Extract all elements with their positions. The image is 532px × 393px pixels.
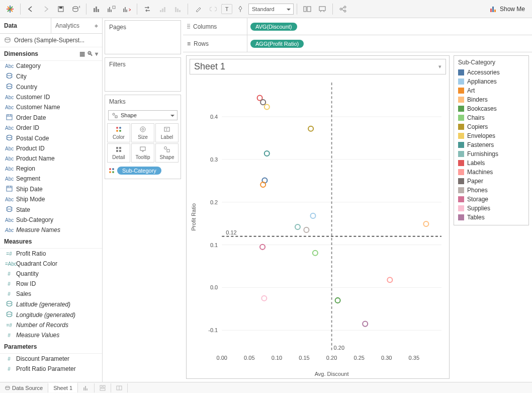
field-latitude-generated-[interactable]: Latitude (generated)	[0, 299, 102, 309]
legend-item-furnishings[interactable]: Furnishings	[458, 149, 524, 159]
field-city[interactable]: City	[0, 71, 102, 82]
point-copiers[interactable]	[308, 126, 313, 131]
field-state[interactable]: State	[0, 204, 102, 215]
mark-tooltip[interactable]: Tooltip	[131, 143, 154, 163]
point-bookcases[interactable]	[335, 298, 340, 303]
field-ship-mode[interactable]: AbcShip Mode	[0, 194, 102, 204]
legend-item-bookcases[interactable]: Bookcases	[458, 104, 524, 113]
show-me-button[interactable]: Show Me	[486, 6, 529, 13]
field-customer-id[interactable]: AbcCustomer ID	[0, 92, 102, 102]
back-icon[interactable]	[24, 2, 38, 16]
field-postal-code[interactable]: Postal Code	[0, 133, 102, 143]
field-region[interactable]: AbcRegion	[0, 164, 102, 174]
logo-icon[interactable]	[3, 2, 17, 16]
field-discount-parameter[interactable]: #Discount Parameter	[0, 354, 102, 364]
legend-item-paper[interactable]: Paper	[458, 177, 524, 186]
field-measure-values[interactable]: #Measure Values	[0, 330, 102, 340]
new-dashboard-tab[interactable]	[95, 383, 111, 392]
field-sales[interactable]: #Sales	[0, 289, 102, 299]
new-worksheet-tab[interactable]	[78, 383, 95, 392]
sort-asc-icon[interactable]	[155, 2, 169, 16]
search-icon[interactable]: 🔍︎	[87, 50, 93, 57]
legend-item-supplies[interactable]: Supplies	[458, 204, 524, 213]
color-pill-subcategory[interactable]: Sub-Category	[117, 167, 161, 175]
legend-item-labels[interactable]: Labels	[458, 159, 524, 168]
point-tables[interactable]	[363, 322, 368, 327]
field-profit-ratio-parameter[interactable]: #Profit Ratio Parameter	[0, 364, 102, 374]
point-storage[interactable]	[260, 245, 265, 250]
duplicate-icon[interactable]	[105, 2, 119, 16]
legend-item-accessories[interactable]: Accessories	[458, 68, 524, 77]
point-binders[interactable]	[423, 221, 428, 226]
field-number-of-records[interactable]: =#Number of Records	[0, 320, 102, 330]
field-quantity[interactable]: #Quantity	[0, 269, 102, 279]
point-appliances[interactable]	[310, 213, 315, 218]
field-quadrant-color[interactable]: =AbcQuadrant Color	[0, 259, 102, 269]
sheet-title[interactable]: Sheet 1▾	[190, 59, 446, 74]
presentation-icon[interactable]	[315, 2, 329, 16]
rows-shelf[interactable]: ≡Rows AGG(Profit Ratio)	[183, 35, 532, 52]
legend-item-tables[interactable]: Tables	[458, 213, 524, 222]
view-toggle-icon[interactable]: ▦	[79, 50, 85, 57]
tab-data[interactable]: Data	[0, 18, 51, 33]
pill-avg-discount[interactable]: AVG(Discount)	[250, 23, 297, 31]
data-source-tab[interactable]: Data Source	[0, 383, 48, 392]
legend-item-appliances[interactable]: Appliances	[458, 77, 524, 86]
point-paper[interactable]	[260, 100, 265, 105]
legend-item-copiers[interactable]: Copiers	[458, 122, 524, 131]
clear-icon[interactable]: ✕	[120, 2, 134, 16]
field-sub-category[interactable]: AbcSub-Category	[0, 215, 102, 225]
field-product-id[interactable]: AbcProduct ID	[0, 143, 102, 153]
scatter-chart[interactable]: -0.10.00.10.20.30.40.000.050.100.150.200…	[187, 77, 449, 382]
field-customer-name[interactable]: AbcCustomer Name	[0, 102, 102, 112]
legend-item-storage[interactable]: Storage	[458, 195, 524, 204]
tab-analytics[interactable]: Analytics◆	[51, 18, 102, 33]
field-profit-ratio[interactable]: =#Profit Ratio	[0, 249, 102, 259]
legend-item-envelopes[interactable]: Envelopes	[458, 131, 524, 140]
new-story-tab[interactable]	[111, 383, 128, 392]
legend-item-art[interactable]: Art	[458, 86, 524, 95]
highlight-icon[interactable]	[191, 2, 205, 16]
mark-color[interactable]: Color	[107, 123, 130, 142]
mark-label[interactable]: TLabel	[155, 123, 179, 142]
datasource-row[interactable]: Orders (Sample-Superst...	[0, 34, 102, 47]
title-dropdown-icon[interactable]: ▾	[438, 63, 441, 70]
filters-card[interactable]: Filters	[105, 57, 181, 92]
point-supplies[interactable]	[261, 296, 267, 301]
field-segment[interactable]: AbcSegment	[0, 174, 102, 184]
field-order-id[interactable]: AbcOrder ID	[0, 123, 102, 133]
legend-item-machines[interactable]: Machines	[458, 168, 524, 177]
mark-shape[interactable]: Shape	[155, 143, 179, 163]
mark-detail[interactable]: Detail	[107, 143, 130, 163]
text-icon[interactable]: T	[221, 4, 232, 14]
mark-type-dropdown[interactable]: Shape	[108, 110, 178, 120]
pill-profit-ratio[interactable]: AGG(Profit Ratio)	[250, 40, 304, 48]
field-product-name[interactable]: AbcProduct Name	[0, 153, 102, 164]
sort-desc-icon[interactable]	[170, 2, 185, 16]
show-hide-cards-icon[interactable]	[300, 2, 314, 16]
field-row-id[interactable]: #Row ID	[0, 279, 102, 289]
new-datasource-icon[interactable]: +	[69, 2, 83, 16]
legend-item-fasteners[interactable]: Fasteners	[458, 140, 524, 149]
columns-shelf[interactable]: ⦙⦙⦙Columns AVG(Discount)	[183, 18, 532, 35]
share-icon[interactable]	[336, 2, 350, 16]
point-furnishings[interactable]	[295, 224, 300, 229]
menu-caret-icon[interactable]: ▾	[95, 50, 98, 57]
group-icon[interactable]	[206, 2, 220, 16]
mark-size[interactable]: Size	[131, 123, 154, 142]
forward-icon[interactable]	[39, 2, 53, 16]
save-icon[interactable]	[54, 2, 68, 16]
field-country[interactable]: Country	[0, 82, 102, 92]
pages-card[interactable]: Pages	[105, 20, 181, 54]
legend-item-phones[interactable]: Phones	[458, 186, 524, 195]
point-chairs[interactable]	[313, 251, 318, 256]
color-legend[interactable]: Sub-Category AccessoriesAppliancesArtBin…	[454, 55, 529, 225]
swap-icon[interactable]	[140, 2, 154, 16]
point-envelopes[interactable]	[264, 104, 270, 109]
point-phones[interactable]	[304, 227, 309, 232]
field-longitude-generated-[interactable]: Longitude (generated)	[0, 309, 102, 320]
point-fasteners[interactable]	[264, 151, 270, 156]
field-ship-date[interactable]: Ship Date	[0, 184, 102, 194]
sheet-tab-1[interactable]: Sheet 1	[48, 382, 78, 392]
field-category[interactable]: AbcCategory	[0, 61, 102, 71]
